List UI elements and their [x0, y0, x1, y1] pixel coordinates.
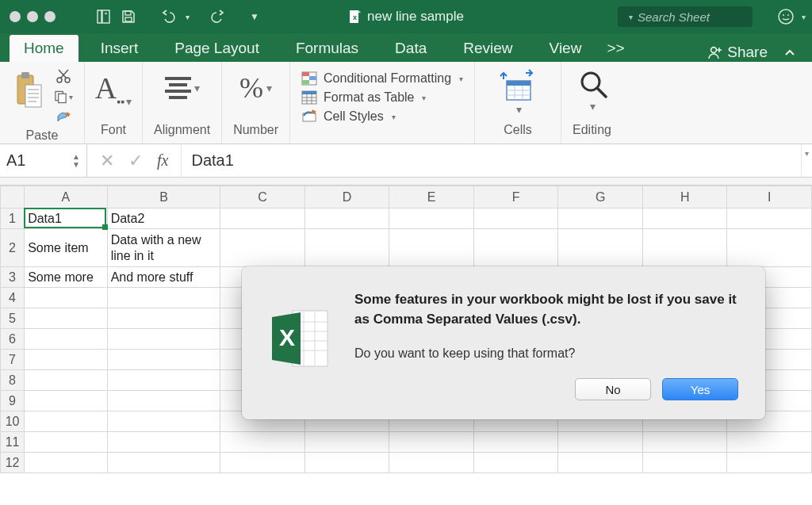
col-header-A[interactable]: A	[25, 186, 108, 209]
cell-D2[interactable]	[304, 229, 389, 267]
col-header-C[interactable]: C	[220, 186, 305, 209]
tab-data[interactable]: Data	[381, 35, 441, 62]
row-header[interactable]: 3	[1, 267, 25, 288]
cell-B3[interactable]: And more stuff	[107, 267, 220, 288]
format-as-table-button[interactable]: Format as Table ▾	[301, 90, 463, 105]
zoom-window-icon[interactable]	[44, 11, 56, 22]
cell-A8[interactable]	[25, 370, 108, 391]
cell-B6[interactable]	[107, 329, 220, 350]
tab-view[interactable]: View	[535, 35, 596, 62]
number-icon[interactable]: %▾	[239, 68, 274, 108]
cells-icon[interactable]	[499, 68, 537, 100]
fx-label[interactable]: fx	[157, 151, 168, 170]
cell-F2[interactable]	[473, 229, 558, 267]
col-header-F[interactable]: F	[473, 186, 558, 209]
font-icon[interactable]: A▪▪▾	[96, 68, 131, 108]
copy-icon[interactable]: ▾	[54, 89, 73, 105]
cell-B5[interactable]	[107, 308, 220, 329]
feedback-smile-icon[interactable]	[776, 7, 795, 26]
cell-I12[interactable]	[727, 453, 812, 473]
tab-home[interactable]: Home	[10, 35, 79, 62]
cell-styles-button[interactable]: Cell Styles ▾	[301, 109, 463, 124]
share-button[interactable]: Share	[707, 44, 768, 61]
cell-B7[interactable]	[107, 350, 220, 370]
undo-icon[interactable]	[159, 7, 178, 26]
cell-B1[interactable]: Data2	[107, 209, 220, 229]
cell-I11[interactable]	[727, 432, 812, 453]
accept-formula-icon[interactable]: ✓	[128, 151, 143, 171]
row-header[interactable]: 2	[1, 229, 25, 267]
tab-review[interactable]: Review	[449, 35, 527, 62]
cell-H2[interactable]	[642, 229, 727, 267]
cell-A1[interactable]: Data1	[25, 209, 108, 229]
row-header[interactable]: 11	[1, 432, 25, 453]
cell-A2[interactable]: Some item	[25, 229, 108, 267]
cell-B12[interactable]	[107, 453, 220, 473]
cell-B4[interactable]	[107, 288, 220, 308]
cancel-formula-icon[interactable]: ✕	[100, 151, 114, 171]
cell-A3[interactable]: Some more	[25, 267, 108, 288]
formula-input[interactable]	[182, 144, 801, 177]
formula-bar-expand-icon[interactable]: ▾	[801, 144, 812, 177]
col-header-B[interactable]: B	[107, 186, 220, 209]
undo-dropdown-icon[interactable]: ▾	[186, 13, 190, 21]
cell-G2[interactable]	[558, 229, 643, 267]
row-header[interactable]: 4	[1, 288, 25, 308]
compose-icon[interactable]	[94, 7, 113, 26]
col-header-E[interactable]: E	[389, 186, 474, 209]
dialog-no-button[interactable]: No	[575, 378, 651, 400]
row-header[interactable]: 6	[1, 329, 25, 350]
paste-icon[interactable]	[11, 68, 46, 113]
row-header[interactable]: 10	[1, 411, 25, 432]
cell-I1[interactable]	[727, 209, 812, 229]
dialog-yes-button[interactable]: Yes	[662, 378, 738, 400]
cell-H1[interactable]	[642, 209, 727, 229]
row-header[interactable]: 1	[1, 209, 25, 229]
cell-E12[interactable]	[389, 453, 474, 473]
cut-icon[interactable]	[54, 68, 73, 84]
row-header[interactable]: 8	[1, 370, 25, 391]
col-header-G[interactable]: G	[558, 186, 643, 209]
cell-B8[interactable]	[107, 370, 220, 391]
close-window-icon[interactable]	[10, 11, 21, 22]
cell-C12[interactable]	[220, 453, 305, 473]
format-painter-icon[interactable]	[54, 109, 73, 125]
cell-C2[interactable]	[220, 229, 305, 267]
cell-H11[interactable]	[642, 432, 727, 453]
cell-A6[interactable]	[25, 329, 108, 350]
editing-icon[interactable]	[577, 68, 606, 97]
tabs-overflow-icon[interactable]: >>	[603, 35, 627, 62]
cell-F12[interactable]	[473, 453, 558, 473]
cell-A9[interactable]	[25, 391, 108, 411]
cell-E11[interactable]	[389, 432, 474, 453]
cell-B9[interactable]	[107, 391, 220, 411]
row-header[interactable]: 5	[1, 308, 25, 329]
save-icon[interactable]	[119, 7, 138, 26]
conditional-formatting-button[interactable]: Conditional Formatting ▾	[301, 71, 463, 86]
cell-F1[interactable]	[473, 209, 558, 229]
cell-E1[interactable]	[389, 209, 474, 229]
cell-C1[interactable]	[220, 209, 305, 229]
name-box-stepper[interactable]: ▲▼	[72, 154, 80, 168]
cell-A4[interactable]	[25, 288, 108, 308]
alignment-icon[interactable]: ▾	[165, 68, 200, 108]
cell-G12[interactable]	[558, 453, 643, 473]
ribbon-collapse-icon[interactable]	[779, 43, 801, 62]
cell-D12[interactable]	[304, 453, 389, 473]
feedback-dropdown-icon[interactable]: ▾	[802, 13, 806, 21]
cell-H12[interactable]	[642, 453, 727, 473]
col-header-D[interactable]: D	[304, 186, 389, 209]
cell-D1[interactable]	[304, 209, 389, 229]
cell-D11[interactable]	[304, 432, 389, 453]
cell-A10[interactable]	[25, 411, 108, 432]
cell-A11[interactable]	[25, 432, 108, 453]
search-input[interactable]	[638, 10, 788, 24]
cell-C11[interactable]	[220, 432, 305, 453]
cell-E2[interactable]	[389, 229, 474, 267]
minimize-window-icon[interactable]	[27, 11, 38, 22]
redo-icon[interactable]	[209, 7, 228, 26]
cell-G1[interactable]	[558, 209, 643, 229]
cell-F11[interactable]	[473, 432, 558, 453]
col-header-I[interactable]: I	[727, 186, 812, 209]
cell-B10[interactable]	[107, 411, 220, 432]
